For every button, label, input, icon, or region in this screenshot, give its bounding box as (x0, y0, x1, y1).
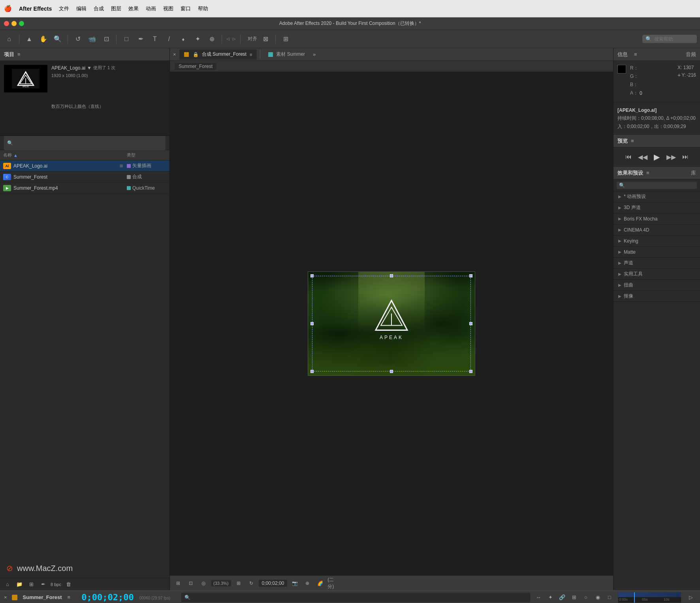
info-panel-menu[interactable]: ≡ (634, 51, 637, 57)
effect-item-boris[interactable]: ▶ Boris FX Mocha (613, 213, 700, 224)
effects-menu[interactable]: ≡ (646, 170, 649, 176)
3d-btn-1[interactable]: ⊲ (226, 36, 230, 42)
tl-tool-6[interactable]: ◉ (593, 592, 603, 603)
pen-tool[interactable]: ✒ (135, 33, 147, 45)
effect-item-utility[interactable]: ▶ 实用工具 (613, 269, 700, 280)
project-search-bar[interactable] (0, 136, 169, 150)
effect-item-animation[interactable]: ▶ * 动画预设 (613, 191, 700, 202)
timeline-search-input[interactable] (181, 593, 530, 602)
align-toggle[interactable]: ⊠ (260, 33, 271, 45)
zoom-tool[interactable]: 🔍 (52, 33, 64, 45)
effects-library[interactable]: 库 (691, 170, 696, 177)
select-behind-tool[interactable]: ⊡ (100, 33, 112, 45)
viewer-region-btn[interactable]: ⊞ (173, 578, 183, 588)
tab-menu-icon[interactable]: ≡ (250, 52, 252, 57)
tl-close-btn[interactable]: × (4, 594, 7, 600)
delete-btn[interactable]: 🗑 (64, 580, 73, 589)
text-tool[interactable]: T (149, 33, 161, 45)
folder-btn[interactable]: 📁 (15, 580, 24, 589)
project-search-input[interactable] (4, 136, 166, 150)
tab-audio[interactable]: 音频 (686, 51, 696, 58)
search-input[interactable] (654, 36, 694, 42)
more-tabs-btn[interactable]: » (313, 51, 316, 57)
snapping-btn[interactable]: ⊞ (280, 33, 292, 45)
tl-tool-4[interactable]: ⊞ (569, 592, 579, 603)
target-icon[interactable]: ⊕ (302, 578, 312, 588)
viewer-toggle-btn[interactable]: ↻ (246, 578, 256, 588)
minimize-button[interactable] (11, 21, 17, 26)
rotate-tool[interactable]: ↺ (72, 33, 84, 45)
preview-menu[interactable]: ≡ (631, 138, 634, 144)
tab-close-icon[interactable]: × (173, 51, 176, 57)
apple-menu[interactable]: 🍎 (4, 5, 12, 12)
pan-tool[interactable]: ✋ (38, 33, 49, 45)
effect-item-keyer[interactable]: ▶ 抠像 (613, 291, 700, 302)
effect-item-keying[interactable]: ▶ Keying (613, 236, 700, 247)
quality-btn[interactable]: (二分) (327, 578, 338, 588)
sel-handle-bc[interactable] (390, 370, 393, 373)
preview-play[interactable]: ▶ (651, 151, 662, 162)
tl-tool-3[interactable]: 🔗 (557, 592, 567, 603)
menu-view[interactable]: 视图 (163, 5, 173, 12)
effect-item-3d[interactable]: ▶ 3D 声道 (613, 202, 700, 213)
color-icon[interactable]: 🌈 (315, 578, 325, 588)
viewer-3d-btn[interactable]: ◎ (198, 578, 209, 588)
help-search[interactable]: 🔍 (642, 35, 697, 43)
shape-tool[interactable]: □ (120, 33, 132, 45)
zoom-display[interactable]: (33.3%) (211, 580, 231, 586)
tl-tool-5[interactable]: ○ (581, 592, 591, 603)
home-button[interactable]: ⌂ (3, 33, 15, 45)
effects-search-input[interactable] (617, 182, 697, 189)
effects-search-bar[interactable] (613, 179, 700, 191)
sel-handle-bl[interactable] (310, 370, 314, 373)
menu-edit[interactable]: 编辑 (76, 5, 87, 12)
tab-summer[interactable]: 素材 Summer (263, 49, 310, 60)
file-item-summer-mp4[interactable]: ▶ Summer_Forest.mp4 QuickTime (0, 183, 169, 194)
current-time-display[interactable]: 0;00;02;00 (259, 580, 288, 587)
track-tool[interactable]: ⊕ (206, 33, 218, 45)
file-item-summer-forest[interactable]: C Summer_Forest 合成 (0, 171, 169, 183)
tab-info[interactable]: 信息 (617, 51, 628, 58)
preview-rewind[interactable]: ◀◀ (637, 151, 648, 162)
maximize-button[interactable] (19, 21, 24, 26)
tl-menu-btn[interactable]: ≡ (68, 594, 71, 600)
paint-tool[interactable]: ⬧ (177, 33, 189, 45)
sel-handle-tr[interactable] (469, 274, 472, 277)
active-tab-label[interactable]: Summer_Forest (175, 63, 216, 70)
close-button[interactable] (4, 21, 9, 26)
camera-icon[interactable]: 📷 (290, 578, 300, 588)
timeline-current-time[interactable]: 0;00;02;00 (81, 592, 134, 602)
file-solo-btn[interactable]: ⊞ (118, 164, 124, 168)
menu-animation[interactable]: 动画 (146, 5, 156, 12)
tl-tool-1[interactable]: ↔ (533, 592, 544, 603)
sel-handle-ml[interactable] (310, 322, 314, 325)
menu-window[interactable]: 窗口 (181, 5, 191, 12)
draw-btn[interactable]: ✒ (39, 580, 47, 589)
menu-file[interactable]: 文件 (59, 5, 69, 12)
effect-item-cinema4d[interactable]: ▶ CINEMA 4D (613, 224, 700, 236)
new-comp-btn[interactable]: ⌂ (3, 580, 12, 589)
preview-skip-end[interactable]: ⏭ (680, 151, 691, 162)
sel-handle-tc[interactable] (390, 274, 393, 277)
viewer-grid-btn[interactable]: ⊡ (186, 578, 196, 588)
bpc-display[interactable]: 8 bpc (51, 582, 61, 587)
select-tool[interactable]: ▲ (23, 33, 35, 45)
menu-help[interactable]: 帮助 (198, 5, 208, 12)
puppet-tool[interactable]: ✦ (192, 33, 203, 45)
clone-tool[interactable]: / (163, 33, 175, 45)
sel-handle-mr[interactable] (469, 322, 472, 325)
file-item-apeak[interactable]: Ai APEAK_Logo.ai ⊞ 矢量插画 (0, 160, 169, 171)
camera-tool[interactable]: 📹 (86, 33, 98, 45)
footage-btn[interactable]: ⊞ (27, 580, 36, 589)
sel-handle-tl[interactable] (310, 274, 314, 277)
tl-tool-7[interactable]: □ (604, 592, 615, 603)
3d-btn-2[interactable]: ⊳ (232, 36, 236, 42)
tl-tool-2[interactable]: ✦ (545, 592, 555, 603)
effect-item-channel[interactable]: ▶ 声道 (613, 258, 700, 269)
preview-forward[interactable]: ▶▶ (666, 151, 677, 162)
menu-effects[interactable]: 效果 (128, 5, 139, 12)
preview-skip-start[interactable]: ⏮ (623, 151, 634, 162)
tl-expand-btn[interactable]: ▷ (686, 592, 696, 603)
tab-summer-forest[interactable]: 🔒 合成 Summer_Forest ≡ (179, 49, 257, 60)
project-panel-menu[interactable]: ≡ (17, 51, 21, 57)
